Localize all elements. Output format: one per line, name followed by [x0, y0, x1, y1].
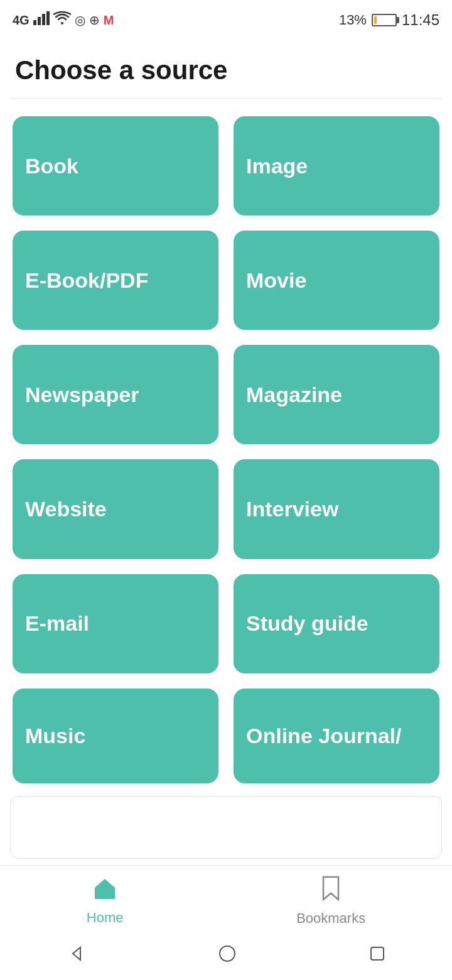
page-title: Choose a source [0, 38, 452, 98]
source-btn-ebook[interactable]: E-Book/PDF [13, 231, 218, 330]
svg-rect-8 [371, 947, 384, 960]
svg-rect-2 [42, 14, 45, 25]
recents-button[interactable] [369, 945, 385, 966]
source-grid: Book Image E-Book/PDF Movie Newspaper Ma… [0, 99, 452, 783]
bookmark-icon [321, 876, 341, 906]
svg-rect-0 [33, 20, 36, 25]
battery-percent: 13% [339, 12, 367, 28]
svg-rect-1 [38, 17, 41, 25]
battery-fill [374, 16, 377, 24]
home-button[interactable] [218, 944, 237, 967]
app-nav-bar: Home Bookmarks [0, 865, 452, 934]
wifi-icon [53, 11, 71, 29]
source-btn-image[interactable]: Image [234, 116, 439, 215]
system-nav [0, 934, 452, 980]
svg-marker-6 [73, 947, 80, 960]
bookmarks-label: Bookmarks [296, 910, 365, 927]
source-btn-website[interactable]: Website [13, 459, 218, 558]
status-left: 4G ◎ ⊕ M [13, 11, 114, 29]
home-label: Home [87, 910, 124, 926]
source-btn-movie[interactable]: Movie [234, 231, 439, 330]
battery-icon [372, 14, 397, 26]
source-btn-magazine[interactable]: Magazine [234, 345, 439, 444]
location-icon: ◎ [75, 13, 85, 28]
signal-icon: 4G [13, 13, 30, 28]
svg-point-4 [61, 22, 63, 24]
whatsapp-icon: ⊕ [89, 13, 100, 28]
source-btn-online-journal[interactable]: Online Journal/ [234, 689, 439, 783]
source-btn-newspaper[interactable]: Newspaper [13, 345, 218, 444]
time-display: 11:45 [402, 11, 439, 29]
battery-container [372, 14, 397, 26]
source-btn-music[interactable]: Music [13, 689, 218, 783]
nav-item-bookmarks[interactable]: Bookmarks [296, 876, 365, 927]
nav-item-home[interactable]: Home [87, 876, 124, 926]
svg-rect-3 [46, 11, 50, 25]
svg-rect-5 [101, 893, 109, 899]
source-btn-interview[interactable]: Interview [234, 459, 439, 558]
bars-icon [33, 11, 50, 29]
home-icon [92, 876, 117, 906]
status-bar: 4G ◎ ⊕ M 13% [0, 0, 452, 38]
source-btn-email[interactable]: E-mail [13, 574, 218, 673]
source-btn-study-guide[interactable]: Study guide [234, 574, 439, 673]
svg-point-7 [220, 946, 235, 961]
status-right: 13% 11:45 [339, 11, 439, 29]
gmail-icon: M [104, 13, 114, 28]
bottom-input-area [10, 796, 442, 859]
source-btn-book[interactable]: Book [13, 116, 218, 215]
back-button[interactable] [67, 944, 85, 967]
